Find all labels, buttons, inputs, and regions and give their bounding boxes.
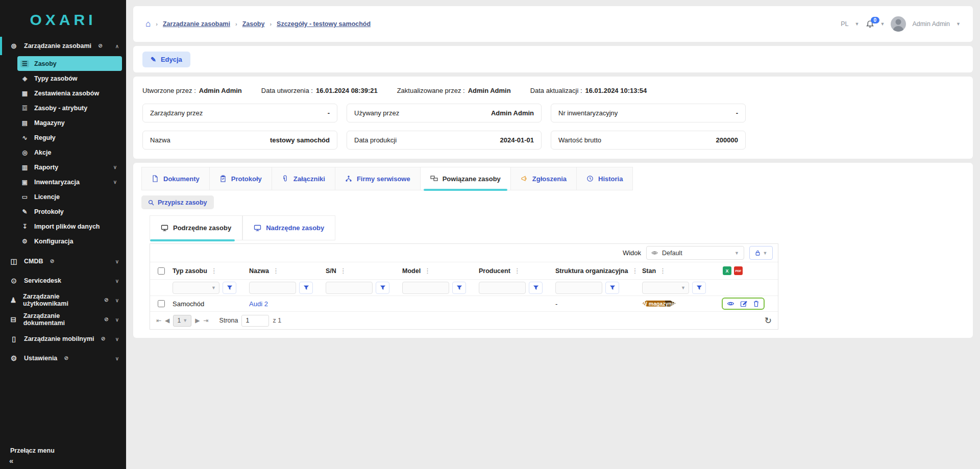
column-header-stan: Stan ⋮ (642, 267, 719, 275)
sidebar-item-magazyny[interactable]: ▤ Magazyny (17, 115, 122, 130)
breadcrumb-link-zasoby[interactable]: Zasoby (242, 20, 265, 28)
clipboard-icon (219, 175, 227, 182)
stan-filter-select[interactable]: ▼ (642, 282, 689, 294)
subtab-nadrzedne-zasoby[interactable]: Nadrzędne zasoby (242, 215, 335, 240)
sidebar-item-import-plikow[interactable]: ↧ Import plików danych (17, 219, 122, 234)
edit-button[interactable]: ✎ Edycja (142, 52, 190, 67)
sidebar-section-mobilne[interactable]: ▯ Zarządzanie mobilnymi ⊘ ∨ (0, 329, 126, 349)
notifications-button[interactable]: 0 (866, 20, 874, 29)
sidebar-item-zestawienia-zasobow[interactable]: ▦ Zestawienia zasobów (17, 86, 122, 101)
filter-funnel-button[interactable] (692, 282, 706, 294)
edit-row-button[interactable] (740, 300, 747, 307)
chevron-down-icon: ∨ (115, 278, 119, 284)
column-menu-icon[interactable]: ⋮ (211, 267, 217, 275)
tab-historia[interactable]: Historia (577, 167, 633, 190)
page-input[interactable] (241, 315, 269, 327)
sidebar-section-cmdb[interactable]: ◫ CMDB ⊘ ∨ (0, 252, 126, 271)
tab-protokoly[interactable]: Protokoły (210, 167, 272, 190)
sidebar-item-licencje[interactable]: ▭ Licencje (17, 189, 122, 204)
sidebar-item-zasoby-atrybuty[interactable]: ☲ Zasoby - atrybuty (17, 101, 122, 115)
related-assets-table: Widok Default ▼ ▼ (150, 243, 778, 330)
next-page-button[interactable]: ▶ (195, 317, 200, 324)
nazwa-filter-input[interactable] (249, 282, 296, 294)
view-select[interactable]: Default ▼ (646, 246, 744, 260)
tab-dokumenty[interactable]: Dokumenty (141, 167, 210, 190)
column-menu-icon[interactable]: ⋮ (631, 267, 638, 275)
sidebar-section-uzytkownicy[interactable]: ♟ Zarządzanie użytkownikami ⊘ ∨ (0, 290, 126, 310)
first-page-button[interactable]: ⇤ (156, 317, 161, 324)
chevron-down-icon: ∨ (115, 298, 119, 303)
column-menu-icon[interactable]: ⋮ (424, 267, 431, 275)
sidebar-item-inwentaryzacja[interactable]: ▣ Inwentaryzacja ∨ (17, 175, 122, 189)
collapse-sidebar-icon[interactable]: « (9, 456, 116, 465)
select-all-checkbox[interactable] (158, 267, 165, 275)
column-menu-icon[interactable]: ⋮ (340, 267, 347, 275)
tab-zalaczniki[interactable]: Załączniki (272, 167, 335, 190)
sidebar-item-typy-zasobow[interactable]: ◈ Typy zasobów (17, 71, 122, 86)
column-label: Model (402, 267, 421, 275)
row-actions (722, 298, 765, 310)
delete-row-button[interactable] (753, 300, 760, 307)
view-row-button[interactable] (727, 301, 734, 307)
sidebar-item-raporty[interactable]: ▥ Raporty ∨ (17, 160, 122, 175)
chevron-down-icon: ▼ (763, 251, 768, 256)
lock-view-button[interactable]: ▼ (749, 246, 773, 260)
sidebar-section-ustawienia[interactable]: ⚙ Ustawienia ⊘ ∨ (0, 349, 126, 368)
user-menu[interactable]: Admin Admin (912, 20, 950, 28)
column-menu-icon[interactable]: ⋮ (273, 267, 279, 275)
sn-filter-input[interactable] (326, 282, 373, 294)
meta-label: Data utworzenia : (261, 87, 313, 94)
meta-value: Admin Admin (199, 87, 242, 94)
column-menu-icon[interactable]: ⋮ (659, 267, 666, 275)
producent-filter-input[interactable] (479, 282, 526, 294)
sidebar-section-label: Ustawienia (24, 355, 57, 362)
filter-funnel-button[interactable] (529, 282, 543, 294)
sidebar-item-zasoby[interactable]: ☰ Zasoby (17, 56, 122, 71)
asset-link[interactable]: Audi 2 (249, 300, 268, 308)
tab-firmy-serwisowe[interactable]: Firmy serwisowe (335, 167, 421, 190)
export-buttons: X PDF (719, 266, 778, 275)
sidebar-section-dokumenty[interactable]: ⊟ Zarządzanie dokumentami ⊘ ∨ (0, 310, 126, 329)
excel-export-icon[interactable]: X (723, 266, 731, 275)
model-filter-input[interactable] (402, 282, 449, 294)
page-number-select[interactable]: 1 ▼ (173, 315, 191, 327)
language-selector[interactable]: PL (841, 20, 848, 28)
subtab-podrzedne-zasoby[interactable]: Podrzędne zasoby (150, 215, 242, 240)
breadcrumb-link-zarzadzanie[interactable]: Zarządzanie zasobami (163, 20, 230, 28)
linked-assets-icon (430, 175, 438, 182)
sidebar-item-konfiguracja[interactable]: ⚙ Konfiguracja (17, 234, 122, 249)
refresh-icon[interactable]: ↻ (765, 315, 772, 326)
chevron-down-icon: ∨ (115, 259, 119, 264)
column-menu-icon[interactable]: ⋮ (514, 267, 521, 275)
home-icon[interactable]: ⌂ (145, 19, 151, 29)
sidebar-item-akcje[interactable]: ◎ Akcje (17, 145, 122, 160)
chevron-down-icon: ▼ (681, 285, 685, 290)
subtab-label: Nadrzędne zasoby (266, 224, 324, 232)
table-view-row: Widok Default ▼ ▼ (150, 244, 778, 262)
typ-zasobu-filter-select[interactable]: ▼ (173, 282, 219, 294)
tab-zgloszenia[interactable]: Zgłoszenia (511, 167, 577, 190)
tab-label: Firmy serwisowe (357, 175, 410, 183)
filter-funnel-button[interactable] (299, 282, 313, 294)
chevron-down-icon: ▼ (855, 21, 860, 27)
tab-powiazane-zasoby[interactable]: Powiązane zasoby (421, 167, 511, 190)
struktura-filter-input[interactable] (555, 282, 602, 294)
previous-page-button[interactable]: ◀ (165, 317, 169, 324)
sidebar-section-zarzadzanie-zasobami[interactable]: ⊚ Zarządzanie zasobami ⊘ ∧ (0, 37, 126, 55)
avatar[interactable] (891, 16, 906, 32)
filter-funnel-button[interactable] (376, 282, 389, 294)
breadcrumb-link-szczegoly[interactable]: Szczegóły - testowy samochód (277, 20, 371, 28)
filter-funnel-button[interactable] (605, 282, 619, 294)
assign-assets-button[interactable]: Przypisz zasoby (141, 195, 214, 209)
column-label: Typ zasobu (173, 267, 207, 275)
pdf-export-icon[interactable]: PDF (734, 266, 743, 275)
filter-funnel-button[interactable] (223, 282, 236, 294)
sidebar-section-servicedesk[interactable]: ⊙ Servicedesk ∨ (0, 271, 126, 290)
sidebar-item-reguly[interactable]: ∿ Reguły (17, 130, 122, 145)
filter-funnel-button[interactable] (452, 282, 466, 294)
row-checkbox[interactable] (158, 300, 165, 307)
sidebar-item-protokoly[interactable]: ✎ Protokoły (17, 204, 122, 219)
field-value: 2024-01-01 (500, 136, 534, 144)
pencil-icon: ✎ (151, 56, 156, 63)
last-page-button[interactable]: ⇥ (204, 317, 209, 324)
